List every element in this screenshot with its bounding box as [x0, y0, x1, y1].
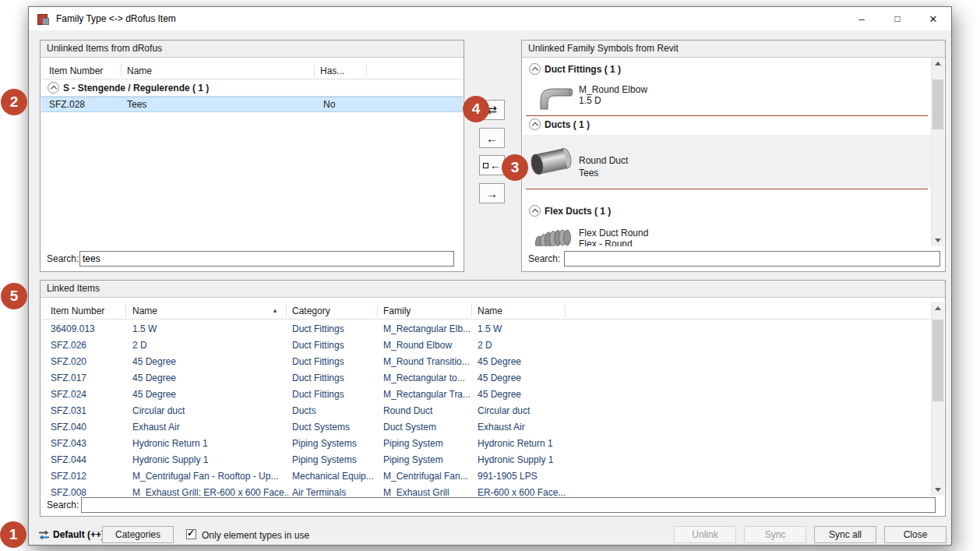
- annotation-3: 3: [502, 154, 528, 181]
- revit-item-round-elbow[interactable]: M_Round Elbow 1.5 D: [523, 81, 931, 115]
- column-separator[interactable]: [125, 304, 126, 317]
- close-button[interactable]: ✕: [915, 7, 951, 30]
- only-in-use-checkbox[interactable]: ✓: [186, 529, 196, 539]
- cell-family: M_Exhaust Grill: [383, 487, 475, 496]
- column-separator[interactable]: [377, 304, 378, 317]
- column-separator[interactable]: [314, 64, 315, 77]
- column-header-family[interactable]: Family: [383, 306, 411, 316]
- revit-search-input[interactable]: [564, 251, 940, 267]
- cell-category: Duct Fittings: [292, 389, 379, 400]
- link-to-selected-button[interactable]: ←: [479, 155, 505, 175]
- linked-item-row[interactable]: SFZ.017 45 Degree Duct Fittings M_Rectan…: [41, 370, 931, 387]
- revit-group-flex-ducts[interactable]: Flex Ducts ( 1 ): [523, 204, 931, 220]
- sync-button[interactable]: Sync: [744, 526, 806, 543]
- linked-item-row[interactable]: SFZ.043 Hydronic Return 1 Piping Systems…: [41, 436, 931, 452]
- column-header-item-number[interactable]: Item Number: [49, 65, 103, 76]
- cell-family: M_Round Transitio...: [383, 356, 475, 367]
- right-arrow-icon: →: [486, 187, 498, 200]
- drofus-group-row[interactable]: S - Stengende / Regulerende ( 1 ): [41, 80, 463, 97]
- column-header-name[interactable]: Name: [132, 306, 157, 316]
- move-right-button[interactable]: →: [479, 183, 505, 203]
- cell-family: Piping System: [383, 454, 475, 465]
- sync-all-button[interactable]: Sync all: [814, 526, 876, 543]
- cell-family: M_Rectangular to...: [383, 373, 475, 383]
- scroll-down-arrow-icon[interactable]: [932, 483, 944, 496]
- linked-item-row[interactable]: SFZ.012 M_Centrifugal Fan - Rooftop - Up…: [41, 468, 931, 485]
- cell-category: Duct Systems: [292, 422, 379, 433]
- search-label: Search:: [528, 253, 560, 264]
- linked-item-row[interactable]: SFZ.008 M_Exhaust Grill: ER-600 x 600 Fa…: [41, 485, 931, 496]
- chevron-up-circle-icon[interactable]: [529, 118, 541, 130]
- profile-mapping-icon[interactable]: [38, 529, 50, 541]
- cell-type-name: 2 D: [478, 340, 672, 351]
- linked-item-row[interactable]: SFZ.031 Circular duct Ducts Round Duct C…: [41, 403, 931, 419]
- profile-label[interactable]: Default (++): [53, 529, 104, 540]
- cell-type-name: Hydronic Return 1: [478, 438, 672, 449]
- move-left-button[interactable]: ←: [479, 128, 505, 148]
- chevron-up-circle-icon[interactable]: [529, 63, 541, 75]
- revit-item-flex-duct[interactable]: Flex Duct Round Flex - Round: [523, 223, 931, 246]
- cell-item-number: SFZ.012: [51, 471, 122, 482]
- scrollbar-thumb[interactable]: [932, 320, 943, 401]
- column-header-type-name[interactable]: Name: [478, 306, 502, 316]
- revit-group-ducts[interactable]: Ducts ( 1 ): [523, 118, 931, 133]
- column-separator[interactable]: [121, 64, 122, 77]
- scroll-up-arrow-icon[interactable]: [932, 302, 944, 315]
- cell-item-number: SFZ.040: [51, 422, 122, 433]
- chevron-up-circle-icon[interactable]: [529, 205, 541, 217]
- cell-name: M_Exhaust Grill: ER-600 x 600 Face...: [132, 487, 288, 496]
- cell-name: M_Centrifugal Fan - Rooftop - Up...: [132, 471, 288, 482]
- linked-item-row[interactable]: SFZ.040 Exhaust Air Duct Systems Duct Sy…: [41, 419, 931, 436]
- minimize-button[interactable]: –: [844, 7, 880, 30]
- revit-item-round-duct[interactable]: Round Duct Tees: [523, 135, 931, 188]
- close-dialog-button[interactable]: Close: [884, 526, 947, 543]
- dialog-window: Family Type <-> dRofus Item – □ ✕ Unlink…: [28, 6, 952, 546]
- unlinked-revit-panel-title: Unlinked Family Symbols from Revit: [522, 41, 945, 58]
- unlink-button[interactable]: Unlink: [674, 526, 736, 543]
- scroll-down-arrow-icon[interactable]: [932, 234, 944, 246]
- cell-name: Tees: [127, 99, 146, 110]
- flex-duct-image: [535, 226, 573, 246]
- symbol-family-name: Flex Duct Round: [579, 228, 648, 238]
- column-header-category[interactable]: Category: [292, 306, 330, 316]
- only-in-use-checkbox-label[interactable]: Only element types in use: [202, 530, 309, 541]
- group-separator-line: [526, 189, 928, 189]
- column-separator[interactable]: [565, 304, 566, 317]
- vertical-scrollbar[interactable]: [931, 302, 944, 496]
- maximize-button[interactable]: □: [880, 7, 915, 30]
- symbol-type-name: Flex - Round: [579, 238, 633, 246]
- unlinked-drofus-panel: Unlinked Items from dRofus Item Number N…: [40, 40, 464, 272]
- linked-search-input[interactable]: [81, 497, 936, 513]
- annotation-2: 2: [1, 89, 27, 115]
- linked-search-row: Search:: [47, 497, 936, 513]
- drofus-search-input[interactable]: [79, 251, 454, 267]
- group-separator-line: [526, 115, 928, 116]
- sort-ascending-icon[interactable]: ▲: [272, 307, 278, 314]
- column-header-has[interactable]: Has...: [320, 65, 344, 76]
- linked-item-row[interactable]: SFZ.044 Hydronic Supply 1 Piping Systems…: [41, 452, 931, 468]
- search-label: Search:: [47, 253, 79, 264]
- column-header-name[interactable]: Name: [127, 65, 152, 76]
- column-header-item-number[interactable]: Item Number: [51, 306, 104, 316]
- search-label: Search:: [47, 500, 79, 510]
- scrollbar-thumb[interactable]: [932, 79, 943, 129]
- revit-group-duct-fittings[interactable]: Duct Fittings ( 1 ): [523, 62, 931, 78]
- chevron-up-circle-icon[interactable]: [48, 82, 59, 94]
- column-separator[interactable]: [286, 304, 287, 317]
- drofus-item-row-selected[interactable]: SFZ.028 Tees No: [41, 97, 463, 112]
- vertical-scrollbar[interactable]: [931, 58, 944, 246]
- column-separator[interactable]: [471, 304, 472, 317]
- cell-name: 45 Degree: [132, 373, 288, 383]
- linked-item-row[interactable]: SFZ.026 2 D Duct Fittings M_Round Elbow …: [41, 337, 931, 354]
- symbol-family-name: Round Duct: [579, 155, 628, 166]
- cell-family: Round Duct: [383, 405, 475, 416]
- cell-family: M_Rectangular Elb...: [383, 323, 475, 334]
- cell-type-name: 45 Degree: [478, 356, 672, 367]
- categories-button[interactable]: Categories: [102, 526, 174, 543]
- linked-item-row[interactable]: SFZ.024 45 Degree Duct Fittings M_Rectan…: [41, 387, 931, 403]
- column-separator[interactable]: [366, 64, 367, 77]
- linked-item-row[interactable]: SFZ.020 45 Degree Duct Fittings M_Round …: [41, 354, 931, 370]
- linked-item-row[interactable]: 36409.013 1.5 W Duct Fittings M_Rectangu…: [41, 321, 931, 337]
- cell-family: Duct System: [383, 422, 475, 433]
- scroll-up-arrow-icon[interactable]: [932, 58, 944, 70]
